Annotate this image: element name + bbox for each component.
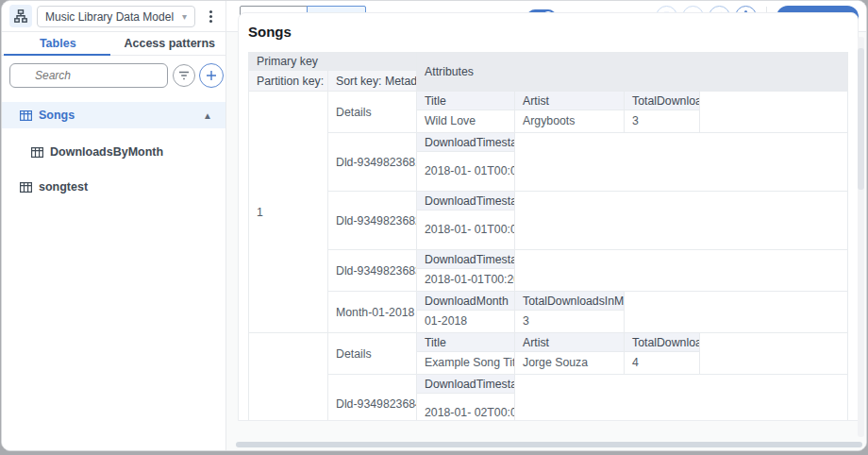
sort-key-cell: Month-01-2018 <box>328 292 417 333</box>
search-input[interactable] <box>9 63 168 88</box>
app-window: Music Library Data Model ▾ Tables Access… <box>1 0 867 451</box>
attribute-name-cell: DownloadTimestamp <box>417 133 515 152</box>
attribute-value-cell: 4 <box>625 352 700 375</box>
sidebar-item-label: songtest <box>39 180 88 194</box>
sidebar-more-icon[interactable] <box>201 6 220 26</box>
sort-key-cell: Dld-9349823681 <box>328 133 417 192</box>
attribute-name-cell: Artist <box>515 333 625 352</box>
tab-tables[interactable]: Tables <box>2 32 114 55</box>
sidebar-item-songs[interactable]: Songs ▲ <box>2 102 225 128</box>
sort-key-cell: Details <box>328 333 417 375</box>
vertical-scrollbar[interactable] <box>858 37 864 437</box>
table-icon <box>31 147 43 158</box>
attribute-value-cell: Jorge Souza <box>515 352 625 375</box>
filler-cell <box>515 250 848 292</box>
partition-key-header: Partition key: Id <box>249 71 328 92</box>
attribute-name-cell: DownloadTimestamp <box>417 192 515 211</box>
attribute-value-cell: 2018-01-01T00:20:10 <box>417 269 515 292</box>
model-selector-value: Music Library Data Model <box>45 10 174 24</box>
model-selector[interactable]: Music Library Data Model ▾ <box>37 6 195 27</box>
table-tree: Songs ▲ DownloadsByMonth songtest <box>2 102 225 198</box>
sort-key-cell: Dld-9349823682 <box>328 192 417 250</box>
attribute-value-cell: Argyboots <box>515 110 625 133</box>
sidebar-header: Music Library Data Model ▾ <box>2 1 225 32</box>
attribute-value-cell: 01-2018 <box>417 311 515 333</box>
attribute-name-cell: TotalDownloads <box>625 92 700 110</box>
attribute-name-cell: TotalDownloadsInMonth <box>515 292 625 311</box>
add-table-button[interactable] <box>199 63 224 88</box>
partition-key-cell: 1 <box>249 92 328 333</box>
filler-cell <box>700 92 848 133</box>
table-title: Songs <box>248 24 848 40</box>
filler-cell <box>515 192 848 250</box>
table-icon <box>20 182 32 193</box>
attribute-value-cell: Example Song Title <box>417 352 515 375</box>
attribute-name-cell: DownloadTimestamp <box>417 250 515 269</box>
filler-cell <box>700 333 848 375</box>
sidebar-item-label: Songs <box>39 109 75 122</box>
horizontal-scrollbar[interactable] <box>236 442 862 447</box>
sidebar-item-songtest[interactable]: songtest <box>2 176 225 198</box>
sidebar-tabs: Tables Access patterns <box>2 32 225 56</box>
attribute-name-cell: DownloadMonth <box>417 292 515 311</box>
attribute-name-cell: Artist <box>515 92 625 110</box>
primary-key-header: Primary key <box>249 53 417 71</box>
sidebar: Music Library Data Model ▾ Tables Access… <box>2 1 226 450</box>
sidebar-item-downloadsbymonth[interactable]: DownloadsByMonth <box>2 141 225 163</box>
attribute-name-cell: Title <box>417 333 515 352</box>
filler-cell <box>515 133 848 192</box>
aggregate-view-card: Songs Primary key Attributes Partition k… <box>238 12 859 421</box>
tab-access-patterns[interactable]: Access patterns <box>114 32 226 55</box>
chevron-up-icon[interactable]: ▲ <box>203 110 212 121</box>
sort-key-cell: Details <box>328 92 417 133</box>
main-area: Configure Validate Aggregate view <box>226 1 866 450</box>
data-model-icon[interactable] <box>9 5 32 27</box>
attribute-value-cell: 3 <box>515 311 625 333</box>
filler-cell <box>515 375 848 421</box>
partition-key-cell <box>249 333 328 421</box>
sidebar-item-label: DownloadsByMonth <box>50 145 163 159</box>
sort-key-cell: Dld-9349823684 <box>328 375 417 421</box>
attribute-value-cell: 2018-01- 02T00:00:00 <box>417 394 515 421</box>
attribute-value-cell: Wild Love <box>417 110 515 133</box>
aggregate-table: Primary key Attributes Partition key: Id… <box>248 52 848 421</box>
sort-key-cell: Dld-9349823683 <box>328 250 417 292</box>
table-icon <box>20 110 32 121</box>
attribute-value-cell: 3 <box>625 110 700 133</box>
attribute-name-cell: Title <box>417 92 515 110</box>
attribute-name-cell: DownloadTimestamp <box>417 375 515 394</box>
attribute-value-cell: 2018-01- 01T00:01:08 <box>417 211 515 250</box>
sort-key-header: Sort key: Metadata <box>328 71 417 92</box>
attribute-name-cell: TotalDownloads <box>625 333 700 352</box>
chevron-down-icon: ▾ <box>182 11 187 22</box>
filler-cell <box>625 292 848 333</box>
attributes-header: Attributes <box>417 53 848 92</box>
attribute-value-cell: 2018-01- 01T00:00:07 <box>417 152 515 192</box>
filter-icon[interactable] <box>173 64 195 87</box>
search-row <box>2 56 225 93</box>
